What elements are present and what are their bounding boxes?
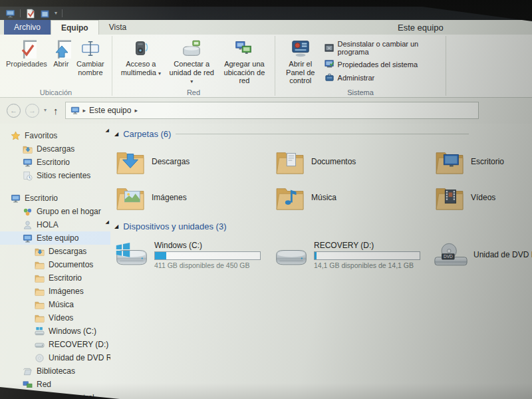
folder-icon xyxy=(35,273,45,283)
devices-group-title: Dispositivos y unidades (3) xyxy=(123,221,226,231)
explorer-window-icon xyxy=(5,9,15,19)
group-label-sistema: Sistema xyxy=(275,88,446,96)
breadcrumb[interactable]: ▸ Este equipo ▸ xyxy=(65,102,479,119)
forward-icon: → xyxy=(29,107,36,114)
expand-arrow[interactable]: ◢ xyxy=(106,128,109,133)
sidebar-item-videos[interactable]: Vídeos xyxy=(0,311,110,325)
tab-equipo[interactable]: Equipo xyxy=(51,20,99,35)
uninstall-program-icon xyxy=(325,43,334,53)
breadcrumb-chevron-icon[interactable]: ▸ xyxy=(134,108,138,114)
acceso-multimedia-button[interactable]: Acceso a multimedia ▾ xyxy=(116,37,166,78)
libraries-icon xyxy=(23,366,33,376)
back-button[interactable]: ← xyxy=(7,104,21,118)
address-bar: ← → ▾ ↑ ▸ Este equipo ▸ xyxy=(0,97,532,124)
dvd-drive-icon: DVD xyxy=(434,241,468,268)
ribbon-group-sistema: Abrir el Panel de control Desinstalar o … xyxy=(275,35,446,97)
windows-drive-icon xyxy=(35,327,45,336)
drive-tile-windows-c[interactable]: Windows (C:) 411 GB disponibles de 450 G… xyxy=(113,238,261,271)
main-area: ◢ ◢ Favoritos Descargas Escritorio Sitio… xyxy=(0,124,532,399)
folder-tile-videos[interactable]: Vídeos xyxy=(432,182,532,213)
folder-icon xyxy=(35,313,45,323)
folder-icon xyxy=(35,287,45,297)
properties-icon xyxy=(17,39,37,59)
escritorio-folder-icon xyxy=(434,149,465,174)
administrar-button[interactable]: Administrar xyxy=(325,72,439,82)
abrir-panel-control-button[interactable]: Abrir el Panel de control xyxy=(279,37,322,86)
sidebar-item-recovery-d[interactable]: RECOVERY (D:) xyxy=(0,338,110,351)
network-icon xyxy=(23,380,33,390)
qat-separator xyxy=(62,9,63,17)
sidebar-item-dvd[interactable]: Unidad de DVD RV xyxy=(0,351,110,364)
sidebar-item-este-equipo[interactable]: Este equipo xyxy=(0,231,110,245)
homegroup-icon xyxy=(23,207,33,217)
sidebar-item-escritorio-pc[interactable]: Escritorio xyxy=(0,271,110,285)
expand-arrow[interactable]: ◢ xyxy=(106,219,109,225)
drive-tile-recovery-d[interactable]: RECOVERY (D:) 14,1 GB disponibles de 14,… xyxy=(273,238,420,271)
documentos-folder-icon xyxy=(275,149,305,174)
folder-tile-documentos[interactable]: Documentos xyxy=(273,146,420,178)
sidebar-item-imagenes[interactable]: Imágenes xyxy=(0,285,110,298)
propiedades-button[interactable]: Propiedades xyxy=(4,37,49,70)
breadcrumb-chevron-icon[interactable]: ▸ xyxy=(83,108,86,114)
folder-tile-escritorio[interactable]: Escritorio xyxy=(432,146,532,178)
control-panel-icon xyxy=(291,39,311,59)
descargas-folder-icon xyxy=(115,149,146,174)
folder-tile-musica[interactable]: Música xyxy=(273,182,420,213)
ribbon-group-red: Acceso a multimedia ▾ Conectar a unidad … xyxy=(112,35,275,97)
star-icon xyxy=(11,131,21,141)
devices-group-header[interactable]: ◢ Dispositivos y unidades (3) xyxy=(114,221,532,231)
sidebar-item-grupo-hogar[interactable]: Grupo en el hogar xyxy=(0,205,110,218)
system-properties-icon xyxy=(325,59,334,69)
dropdown-arrow-icon: ▾ xyxy=(190,78,193,84)
sidebar-item-favoritos[interactable]: Favoritos xyxy=(0,129,110,142)
videos-folder-icon xyxy=(434,185,465,210)
map-network-drive-icon xyxy=(182,39,201,59)
sidebar-item-musica[interactable]: Música xyxy=(0,298,110,311)
folder-tile-imagenes[interactable]: Imágenes xyxy=(113,182,261,213)
qat-properties-icon[interactable] xyxy=(25,9,35,19)
svg-text:DVD: DVD xyxy=(444,254,453,259)
rename-icon xyxy=(80,39,100,59)
sidebar-item-descargas[interactable]: Descargas xyxy=(0,142,110,156)
tab-archivo[interactable]: Archivo xyxy=(4,20,51,35)
ribbon-tab-row: Archivo Equipo Vista Este equipo xyxy=(0,20,532,35)
capacity-text: 411 GB disponibles de 450 GB xyxy=(154,261,259,269)
sidebar-item-hola[interactable]: HOLA xyxy=(0,218,110,231)
devices-grid: Windows (C:) 411 GB disponibles de 450 G… xyxy=(113,238,532,271)
sidebar-item-descargas-pc[interactable]: Descargas xyxy=(0,245,110,258)
drive-icon xyxy=(274,241,309,268)
folder-icon xyxy=(35,260,45,270)
sidebar-item-windows-c[interactable]: Windows (C:) xyxy=(0,325,110,338)
sidebar-item-escritorio-root[interactable]: Escritorio xyxy=(0,192,110,205)
folders-group-header[interactable]: ◢ Carpetas (6) xyxy=(114,129,532,139)
abrir-button[interactable]: Abrir xyxy=(49,37,73,70)
open-icon xyxy=(51,39,71,59)
drive-tile-dvd-e[interactable]: DVD Unidad de DVD RW (E:) xyxy=(432,238,532,271)
breadcrumb-este-equipo[interactable]: Este equipo xyxy=(89,106,131,115)
agregar-ubicacion-red-button[interactable]: Agregar una ubicación de red xyxy=(218,37,271,86)
forward-button[interactable]: → xyxy=(25,104,39,118)
drive-icon xyxy=(35,340,45,350)
folder-tile-descargas[interactable]: Descargas xyxy=(113,146,261,178)
propiedades-sistema-button[interactable]: Propiedades del sistema xyxy=(325,59,439,69)
file-view: ◢ Carpetas (6) Descargas Documentos Escr… xyxy=(110,124,532,399)
sidebar-item-sitios-recientes[interactable]: Sitios recientes xyxy=(0,169,110,182)
navigation-pane: ◢ ◢ Favoritos Descargas Escritorio Sitio… xyxy=(0,124,110,399)
qat-customize-dropdown-icon[interactable]: ▾ xyxy=(55,11,57,16)
sidebar-item-escritorio[interactable]: Escritorio xyxy=(0,156,110,169)
tab-vista[interactable]: Vista xyxy=(99,20,136,35)
qat-new-folder-icon[interactable] xyxy=(40,9,50,19)
conectar-unidad-red-button[interactable]: Conectar a unidad de red ▾ xyxy=(166,37,218,86)
recent-locations-dropdown-icon[interactable]: ▾ xyxy=(44,108,47,113)
up-button[interactable]: ↑ xyxy=(51,106,61,116)
cambiar-nombre-button[interactable]: Cambiar nombre xyxy=(73,37,108,78)
computer-icon xyxy=(23,233,33,243)
windows-drive-icon xyxy=(114,241,149,268)
ribbon-group-ubicacion: Propiedades Abrir Cambiar nombre Ubicaci… xyxy=(0,35,112,97)
sidebar-item-documentos[interactable]: Documentos xyxy=(0,258,110,271)
desktop-icon xyxy=(23,158,33,168)
sidebar-item-bibliotecas[interactable]: Bibliotecas xyxy=(0,364,110,378)
group-label-ubicacion: Ubicación xyxy=(0,88,112,96)
desinstalar-programa-button[interactable]: Desinstalar o cambiar un programa xyxy=(325,40,439,56)
dropdown-arrow-icon: ▾ xyxy=(158,70,161,76)
